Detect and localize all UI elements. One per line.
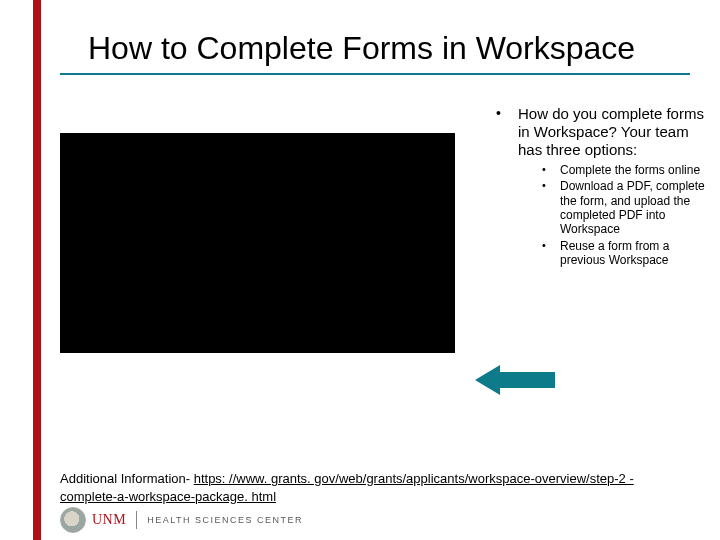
arrow-icon [475, 365, 555, 395]
seal-icon [60, 507, 86, 533]
bullets-column: How do you complete forms in Workspace? … [490, 105, 710, 274]
main-bullet-text: How do you complete forms in Workspace? … [518, 105, 704, 158]
additional-info: Additional Information- https: //www. gr… [60, 470, 680, 505]
accent-bar [33, 0, 41, 540]
main-bullet: How do you complete forms in Workspace? … [490, 105, 710, 268]
slide-title: How to Complete Forms in Workspace [60, 30, 690, 75]
sub-bullets: Complete the forms online Download a PDF… [518, 163, 710, 268]
slide-content: How to Complete Forms in Workspace How d… [60, 30, 690, 405]
additional-info-label: Additional Information- [60, 471, 194, 486]
logo-hsc-text: HEALTH SCIENCES CENTER [147, 515, 303, 525]
sub-bullet: Reuse a form from a previous Workspace [518, 239, 710, 268]
sub-bullet: Complete the forms online [518, 163, 710, 177]
sub-bullet: Download a PDF, complete the form, and u… [518, 179, 710, 237]
logo-unm-text: UNM [92, 512, 126, 528]
video-placeholder[interactable] [60, 133, 455, 353]
logo-divider [136, 511, 137, 529]
slide-body: How do you complete forms in Workspace? … [60, 105, 690, 405]
footer-logo: UNM HEALTH SCIENCES CENTER [60, 506, 303, 534]
